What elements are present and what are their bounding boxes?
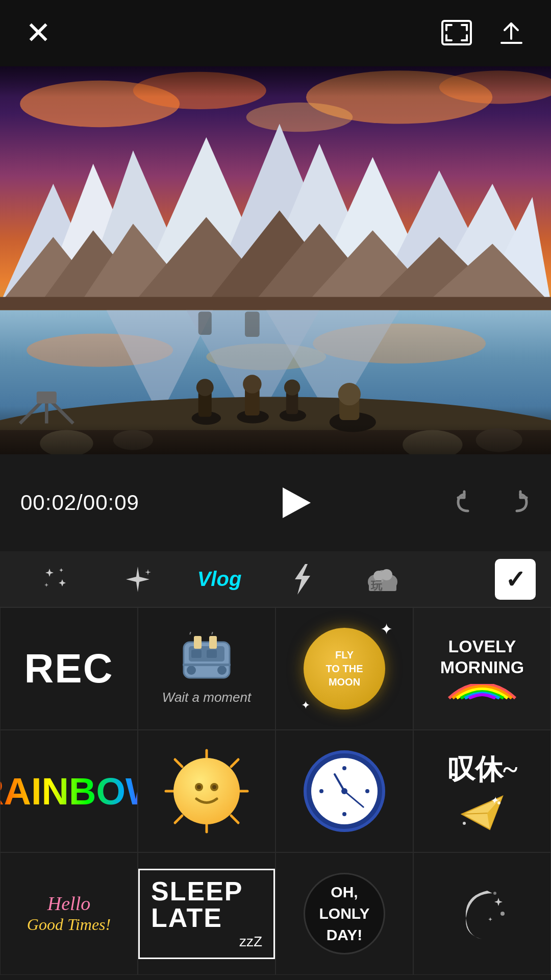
svg-point-43	[196, 379, 214, 396]
moon-night-sticker	[452, 883, 513, 944]
filter-effects[interactable]: 玩	[342, 556, 423, 602]
svg-point-99	[493, 892, 496, 895]
sticker-hello-good-times[interactable]: Hello Good Times!	[0, 852, 138, 975]
svg-rect-70	[207, 650, 217, 658]
play-button[interactable]	[279, 485, 314, 521]
rec-label: REC	[24, 645, 114, 692]
playback-controls	[279, 485, 314, 521]
sticker-lovely-morning[interactable]: LOVELYMORNING	[413, 607, 551, 730]
svg-line-82	[231, 760, 238, 767]
svg-point-65	[381, 569, 392, 580]
svg-text:玩: 玩	[370, 579, 383, 592]
filter-sparkle-single[interactable]	[97, 556, 179, 602]
moon-stars2: ✦	[301, 699, 310, 712]
timeline-area: 00:02/00:09	[0, 454, 551, 551]
undo-button[interactable]	[454, 489, 482, 517]
filter-vlog[interactable]: Vlog	[179, 556, 260, 602]
svg-point-72	[217, 666, 227, 675]
svg-point-89	[342, 812, 346, 816]
sticker-grid: REC Wait a moment	[0, 607, 551, 980]
lonly-day-text: OH,LONLYDAY!	[319, 881, 370, 946]
chinese-text: 叹休~	[447, 751, 518, 789]
sticker-rec[interactable]: REC	[0, 607, 138, 730]
svg-point-52	[338, 383, 361, 405]
sticker-wait-a-moment[interactable]: Wait a moment	[138, 607, 276, 730]
sleep-late-text: SLEEP LATE	[151, 878, 262, 931]
svg-rect-57	[198, 311, 212, 335]
svg-point-95	[463, 822, 466, 825]
filter-sparkle-cluster[interactable]	[15, 556, 97, 602]
svg-point-7	[246, 103, 353, 132]
time-display: 00:02/00:09	[20, 491, 139, 515]
filter-bar: Vlog 玩 ✓	[0, 551, 551, 607]
sleep-late-sticker: SLEEP LATE zzZ	[138, 869, 275, 959]
fly-moon-label: FLYTO THEMOON	[326, 649, 363, 688]
sticker-sun[interactable]	[138, 730, 276, 852]
filter-confirm-button[interactable]: ✓	[495, 559, 536, 600]
expand-button[interactable]	[441, 20, 472, 47]
svg-rect-69	[191, 650, 202, 658]
svg-marker-59	[295, 564, 310, 595]
svg-point-91	[365, 789, 369, 793]
zzz-text: zzZ	[239, 934, 262, 950]
svg-rect-73	[183, 664, 231, 666]
svg-line-83	[175, 816, 182, 823]
clock-display	[304, 750, 385, 832]
svg-point-46	[243, 375, 262, 394]
svg-point-71	[187, 666, 196, 675]
svg-point-88	[342, 766, 346, 770]
svg-point-49	[284, 379, 300, 395]
sticker-fly-to-moon[interactable]: FLYTO THEMOON ✦ ✦	[276, 607, 413, 730]
video-preview	[0, 66, 551, 454]
svg-text:✦: ✦	[490, 795, 499, 806]
svg-point-86	[197, 785, 201, 789]
sticker-moon-night[interactable]	[413, 852, 551, 975]
sticker-clock[interactable]	[276, 730, 413, 852]
hello-good-times-text: Hello Good Times!	[27, 893, 111, 934]
sticker-rainbow[interactable]: RAINBOW	[0, 730, 138, 852]
wait-sticker-container: Wait a moment	[162, 632, 251, 705]
top-bar: ✕	[0, 0, 551, 66]
filter-vlog-label: Vlog	[197, 568, 242, 591]
sticker-chinese-rest[interactable]: 叹休~ ✦	[413, 730, 551, 852]
check-icon: ✓	[505, 565, 525, 594]
svg-rect-74	[194, 636, 202, 649]
svg-point-90	[319, 789, 323, 793]
close-button[interactable]: ✕	[26, 18, 51, 48]
rainbow-label: RAINBOW	[0, 770, 138, 813]
svg-point-98	[500, 912, 505, 916]
svg-rect-75	[209, 636, 217, 649]
lonly-day-sticker: OH,LONLYDAY!	[304, 873, 385, 954]
wait-text: Wait a moment	[162, 690, 251, 705]
svg-rect-58	[245, 311, 260, 337]
lovely-morning-text: LOVELYMORNING	[440, 636, 524, 678]
chinese-sticker: 叹休~ ✦	[447, 751, 518, 832]
filter-lightning[interactable]	[260, 556, 342, 602]
svg-point-87	[212, 785, 216, 789]
svg-rect-56	[37, 391, 57, 403]
redo-button[interactable]	[503, 489, 531, 517]
upload-button[interactable]	[497, 18, 525, 48]
sticker-oh-lonly-day[interactable]: OH,LONLYDAY!	[276, 852, 413, 975]
sticker-sleep-late[interactable]: SLEEP LATE zzZ	[138, 852, 276, 975]
svg-line-81	[231, 816, 238, 823]
moon-stars: ✦	[380, 620, 393, 638]
svg-rect-27	[0, 297, 551, 310]
